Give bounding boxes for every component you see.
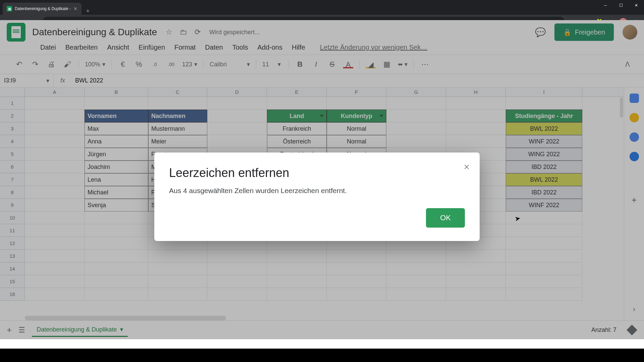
- window-minimize-button[interactable]: ─: [598, 0, 613, 11]
- sheets-favicon-icon: ▦: [7, 6, 12, 11]
- window-maximize-button[interactable]: ☐: [613, 0, 629, 11]
- dialog-ok-button[interactable]: OK: [426, 208, 465, 228]
- dialog-title: Leerzeichen entfernen: [169, 166, 465, 180]
- window-close-button[interactable]: ✕: [629, 0, 644, 11]
- browser-tab-bar: ▦ Datenbereinigung & Duplikate - ✕ + ─ ☐…: [0, 0, 644, 15]
- dialog-body: Aus 4 ausgewählten Zellen wurden Leerzei…: [169, 187, 465, 195]
- remove-whitespace-dialog: × Leerzeichen entfernen Aus 4 ausgewählt…: [154, 153, 480, 241]
- browser-tab[interactable]: ▦ Datenbereinigung & Duplikate - ✕: [3, 3, 82, 15]
- dialog-close-button[interactable]: ×: [464, 161, 470, 173]
- new-tab-button[interactable]: +: [82, 8, 95, 15]
- tab-close-icon[interactable]: ✕: [73, 6, 77, 11]
- tab-title: Datenbereinigung & Duplikate -: [15, 6, 71, 11]
- letterbox: [0, 349, 644, 362]
